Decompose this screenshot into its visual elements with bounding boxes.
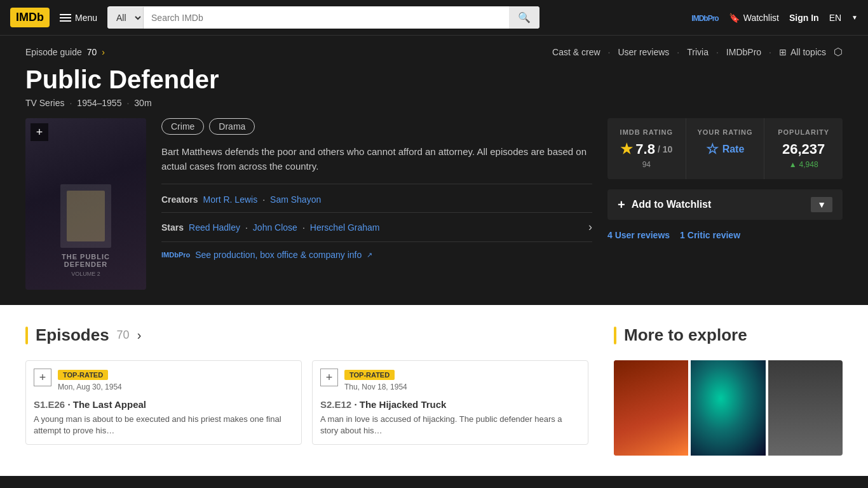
- ep1-top-rated-badge: TOP-RATED: [58, 370, 108, 380]
- ep1-num: S1.E26: [34, 399, 65, 410]
- stars-more-arrow[interactable]: ›: [588, 220, 592, 234]
- episodes-grid: + TOP-RATED Mon, Aug 30, 1954 S1.E26 · T…: [25, 360, 588, 445]
- description: Bart Matthews defends the poor and other…: [161, 145, 592, 184]
- language-chevron-icon: ▼: [851, 14, 858, 21]
- imdb-logo[interactable]: IMDb: [10, 8, 50, 27]
- ep2-add-button[interactable]: +: [320, 369, 338, 386]
- title-meta: TV Series · 1954–1955 · 30m: [25, 98, 843, 108]
- lower-section: Episodes 70 › + TOP-RATED Mon, Aug 30, 1…: [0, 305, 868, 476]
- ep1-sep: ·: [67, 399, 72, 410]
- all-topics-button[interactable]: ⊞ All topics: [779, 47, 826, 57]
- genres-row: Crime Drama: [161, 118, 592, 135]
- trivia-link[interactable]: Trivia: [687, 47, 709, 57]
- menu-lines-icon: [60, 14, 71, 22]
- watchlist-button[interactable]: + Add to Watchlist ▼: [607, 189, 843, 220]
- episode-guide-count: 70: [87, 47, 97, 57]
- star-sep2: ·: [302, 222, 305, 233]
- sep3: ·: [716, 47, 719, 57]
- imdbpro-hero-link[interactable]: IMDbPro: [726, 47, 761, 57]
- critic-count: 1: [680, 230, 685, 240]
- reviews-row: 4 User reviews 1 Critic review: [607, 230, 843, 240]
- menu-button[interactable]: Menu: [60, 13, 97, 23]
- sep4: ·: [769, 47, 771, 57]
- search-input[interactable]: [144, 8, 509, 28]
- cast-crew-link[interactable]: Cast & crew: [552, 47, 600, 57]
- popularity-change-value: 4,948: [799, 160, 818, 169]
- explore-image-1[interactable]: [614, 360, 688, 456]
- search-bar: All 🔍: [107, 6, 539, 29]
- popularity-change: ▲ 4,948: [775, 160, 832, 169]
- genre-tag-drama[interactable]: Drama: [209, 118, 255, 135]
- search-category-select[interactable]: All: [107, 7, 144, 29]
- user-review-text: User reviews: [615, 230, 670, 240]
- explore-section-header: More to explore: [614, 325, 843, 345]
- poster-add-button[interactable]: +: [31, 123, 48, 141]
- star-3-link[interactable]: Herschel Graham: [310, 222, 380, 233]
- episode-card-2: + TOP-RATED Thu, Nov 18, 1954 S2.E12 · T…: [312, 360, 588, 445]
- critic-review-count-link[interactable]: 1 Critic review: [680, 230, 740, 240]
- episodes-arrow-icon[interactable]: ›: [137, 328, 142, 342]
- info-column: Crime Drama Bart Matthews defends the po…: [161, 118, 592, 290]
- star-1-link[interactable]: Reed Hadley: [189, 222, 240, 233]
- language-button[interactable]: EN: [829, 13, 841, 23]
- critic-text: Critic review: [688, 230, 740, 240]
- user-reviews-link[interactable]: User reviews: [618, 47, 669, 57]
- explore-image-3[interactable]: [768, 360, 843, 456]
- creator-1-link[interactable]: Mort R. Lewis: [203, 194, 258, 205]
- rate-star-icon: ☆: [706, 141, 719, 158]
- genre-tag-crime[interactable]: Crime: [161, 118, 204, 135]
- meta-dot1: ·: [69, 98, 72, 108]
- watchlist-nav-button[interactable]: 🔖 Watchlist: [729, 13, 779, 23]
- ep2-num: S2.E12: [320, 399, 351, 410]
- episode-card-1: + TOP-RATED Mon, Aug 30, 1954 S1.E26 · T…: [25, 360, 302, 445]
- signin-button[interactable]: Sign In: [789, 13, 819, 23]
- watchlist-label: Add to Watchlist: [632, 199, 712, 210]
- watchlist-expand-button[interactable]: ▼: [811, 197, 832, 212]
- episodes-section-header: Episodes 70 ›: [25, 325, 588, 345]
- explore-title: More to explore: [624, 325, 747, 345]
- episodes-column: Episodes 70 › + TOP-RATED Mon, Aug 30, 1…: [25, 325, 588, 456]
- creator-2-link[interactable]: Sam Shayon: [270, 194, 321, 205]
- meta-dot2: ·: [126, 98, 129, 108]
- page-title: Public Defender: [25, 65, 843, 94]
- ep1-num-title: S1.E26 · The Last Appeal: [34, 399, 294, 410]
- imdbpro-company-link[interactable]: See production, box office & company inf…: [195, 250, 362, 260]
- creators-row: Creators Mort R. Lewis · Sam Shayon: [161, 194, 592, 213]
- user-reviews-count-link[interactable]: 4 User reviews: [607, 230, 670, 240]
- sep2: ·: [677, 47, 679, 57]
- ep2-sep: ·: [354, 399, 359, 410]
- episode-guide-bar: Episode guide 70 › Cast & crew · User re…: [25, 46, 843, 58]
- episode-guide-arrow-icon[interactable]: ›: [102, 47, 105, 57]
- ep2-date: Thu, Nov 18, 1954: [344, 383, 407, 391]
- poster: + THE PUBLICDEFENDER VOLUME 2: [25, 118, 146, 290]
- share-button[interactable]: ⬡: [834, 46, 843, 58]
- episodes-count: 70: [117, 329, 130, 342]
- ep2-description: A man in love is accused of hijacking. T…: [320, 414, 580, 437]
- series-type: TV Series: [25, 98, 64, 108]
- navbar: IMDb Menu All 🔍 IMDbPro 🔖 Watchlist Sign…: [0, 0, 868, 36]
- imdb-rating-value: ★ 7.8 / 10: [618, 141, 675, 158]
- imdbpro-logo-small: IMDbPro: [161, 251, 190, 259]
- star-2-link[interactable]: John Close: [253, 222, 297, 233]
- poster-image: THE PUBLICDEFENDER VOLUME 2: [25, 118, 146, 290]
- search-submit-button[interactable]: 🔍: [509, 6, 539, 29]
- rating-count: 94: [618, 160, 675, 169]
- episode-guide-right: Cast & crew · User reviews · Trivia · IM…: [552, 46, 843, 58]
- popularity-label: POPULARITY: [775, 128, 832, 136]
- section-bar-icon: [25, 327, 28, 344]
- creators-label: Creators: [161, 194, 198, 205]
- explore-image-2[interactable]: [691, 360, 765, 456]
- ratings-box: IMDB RATING ★ 7.8 / 10 94 YOUR RATING ☆ …: [607, 118, 843, 179]
- imdbpro-nav-link[interactable]: IMDbPro: [691, 12, 718, 24]
- star-icon: ★: [620, 141, 633, 158]
- creator-sep: ·: [262, 194, 265, 205]
- ep1-title: The Last Appeal: [73, 399, 146, 410]
- bookmark-icon: 🔖: [729, 13, 740, 23]
- rate-button[interactable]: ☆ Rate: [696, 141, 754, 158]
- popularity-section: POPULARITY 26,237 ▲ 4,948: [764, 118, 843, 179]
- content-row: + THE PUBLICDEFENDER VOLUME 2 Crime Dram…: [25, 118, 843, 290]
- your-rating-label: YOUR RATING: [696, 128, 754, 136]
- watchlist-button-left: + Add to Watchlist: [618, 198, 711, 212]
- ep1-add-button[interactable]: +: [34, 369, 51, 386]
- hero-section: Episode guide 70 › Cast & crew · User re…: [0, 36, 868, 305]
